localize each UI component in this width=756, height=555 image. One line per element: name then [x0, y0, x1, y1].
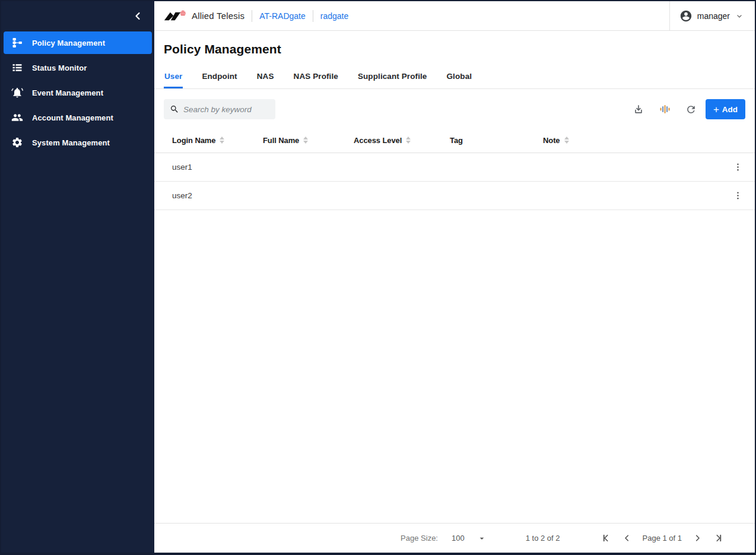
table-toolbar: + Add	[154, 89, 755, 128]
first-page-button[interactable]	[599, 531, 615, 546]
tab-bar: User Endpoint NAS NAS Profile Supplicant…	[154, 65, 755, 89]
first-page-icon	[601, 532, 612, 544]
column-label: Tag	[450, 136, 463, 145]
row-range-text: 1 to 2 of 2	[526, 534, 560, 543]
page-size-label: Page Size:	[401, 534, 438, 543]
download-icon	[633, 103, 644, 115]
refresh-icon	[685, 104, 697, 115]
cell-login-name: user1	[164, 163, 255, 172]
column-label: Full Name	[263, 136, 299, 145]
brand-name: Allied Telesis	[192, 11, 244, 21]
collapse-sidebar-button[interactable]	[129, 8, 146, 24]
cell-actions	[722, 188, 745, 203]
sidebar-item-label: Event Management	[32, 88, 103, 97]
tab-global[interactable]: Global	[446, 65, 472, 88]
table-header-row: Login Name Full Name Access Level Tag No…	[154, 128, 755, 153]
page-indicator: Page 1 of 1	[643, 534, 682, 543]
column-label: Login Name	[172, 136, 215, 145]
chevron-right-icon	[693, 533, 703, 543]
user-menu[interactable]: manager	[669, 1, 755, 30]
user-name: manager	[697, 11, 730, 21]
sidebar-item-label: Policy Management	[32, 39, 105, 47]
sort-icon	[303, 137, 308, 144]
plus-icon: +	[713, 104, 719, 115]
filter-columns-icon	[659, 103, 671, 115]
main-panel: Policy Management User Endpoint NAS NAS …	[154, 31, 755, 523]
add-button[interactable]: + Add	[706, 99, 745, 119]
empty-space	[154, 210, 755, 523]
column-label: Access Level	[354, 136, 402, 145]
tab-nas[interactable]: NAS	[256, 65, 275, 88]
header-divider	[252, 10, 252, 22]
last-page-button[interactable]	[710, 531, 725, 546]
sidebar-item-label: Status Monitor	[32, 64, 87, 72]
cell-actions	[722, 160, 745, 175]
app-window: Policy Management Status Monitor Event M…	[0, 0, 756, 555]
page-title: Policy Management	[164, 42, 745, 56]
column-header-access-level[interactable]: Access Level	[345, 136, 441, 145]
table-footer: Page Size: 100 1 to 2 of 2	[154, 523, 755, 553]
search-icon	[170, 104, 179, 114]
sort-icon	[564, 137, 569, 144]
schema-icon	[11, 36, 24, 49]
sidebar-menu: Policy Management Status Monitor Event M…	[1, 31, 154, 157]
brand-logo: Allied Telesis	[164, 9, 244, 23]
refresh-button[interactable]	[679, 99, 702, 119]
row-menu-button[interactable]	[730, 160, 745, 175]
sidebar-item-system-management[interactable]: System Management	[4, 131, 152, 154]
column-header-note[interactable]: Note	[535, 136, 722, 145]
kebab-icon	[733, 162, 743, 172]
chevron-down-icon	[735, 11, 744, 21]
pagination-controls: Page 1 of 1	[597, 531, 728, 546]
bell-icon	[11, 86, 24, 99]
column-label: Note	[543, 136, 560, 145]
tab-user[interactable]: User	[164, 65, 183, 88]
sort-icon	[220, 137, 224, 144]
sort-icon	[406, 137, 411, 144]
top-header: Allied Telesis AT-RADgate radgate manage…	[154, 1, 755, 31]
page-size-value[interactable]: 100	[452, 534, 465, 543]
caret-down-icon	[477, 534, 487, 543]
sidebar-item-status-monitor[interactable]: Status Monitor	[4, 56, 152, 79]
list-icon	[11, 61, 24, 74]
link-at-radgate[interactable]: AT-RADgate	[259, 11, 306, 21]
previous-page-button[interactable]	[620, 531, 635, 546]
chevron-left-icon	[622, 533, 632, 543]
sidebar-header	[1, 1, 154, 31]
row-menu-button[interactable]	[730, 188, 745, 203]
gear-icon	[11, 136, 24, 149]
download-button[interactable]	[627, 99, 650, 119]
tab-endpoint[interactable]: Endpoint	[201, 65, 237, 88]
table-row[interactable]: user2	[154, 182, 755, 210]
sidebar-item-event-management[interactable]: Event Management	[4, 81, 152, 104]
allied-telesis-logo-icon	[164, 9, 188, 23]
content-area: Allied Telesis AT-RADgate radgate manage…	[154, 1, 755, 553]
account-icon	[679, 9, 693, 23]
search-box	[164, 99, 275, 119]
link-radgate[interactable]: radgate	[320, 11, 348, 21]
sidebar-item-label: System Management	[32, 138, 110, 147]
sidebar-item-account-management[interactable]: Account Management	[4, 106, 152, 129]
add-button-label: Add	[722, 105, 738, 114]
cell-login-name: user2	[164, 191, 255, 200]
sidebar: Policy Management Status Monitor Event M…	[1, 1, 154, 553]
column-header-full-name[interactable]: Full Name	[255, 136, 345, 145]
filter-columns-button[interactable]	[653, 99, 676, 119]
column-header-login-name[interactable]: Login Name	[164, 136, 255, 145]
header-divider	[313, 10, 313, 22]
next-page-button[interactable]	[690, 531, 705, 546]
page-size-dropdown[interactable]	[477, 534, 487, 543]
search-input[interactable]	[183, 105, 269, 114]
tab-nas-profile[interactable]: NAS Profile	[293, 65, 339, 88]
table-row[interactable]: user1	[154, 153, 755, 182]
tab-supplicant-profile[interactable]: Supplicant Profile	[357, 65, 428, 88]
kebab-icon	[733, 191, 743, 201]
people-icon	[11, 111, 24, 124]
last-page-icon	[712, 532, 723, 544]
sidebar-item-label: Account Management	[32, 113, 113, 122]
chevron-left-icon	[132, 10, 144, 22]
column-header-tag: Tag	[441, 136, 535, 145]
sidebar-item-policy-management[interactable]: Policy Management	[4, 31, 152, 54]
